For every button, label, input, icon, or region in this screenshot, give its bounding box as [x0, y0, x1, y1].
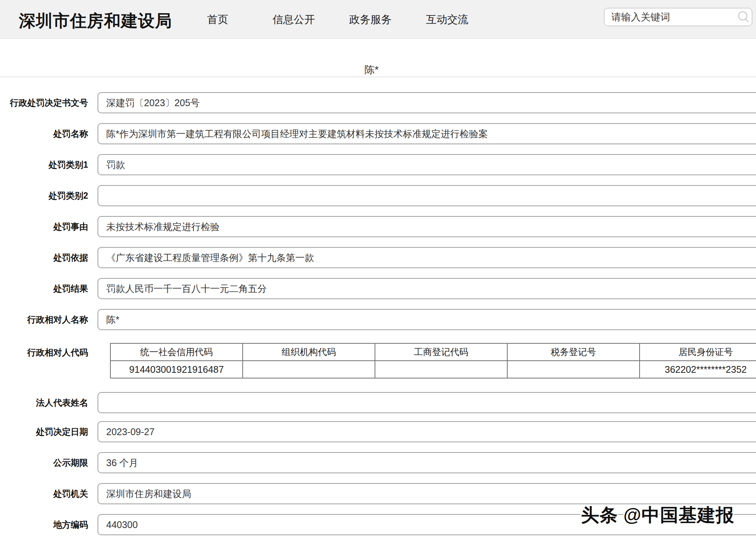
form-row-penalty-authority: 处罚机关 深圳市住房和建设局 [0, 483, 756, 504]
watermark-text: 头条 @中国基建报 [581, 505, 734, 525]
field-input-publicity-period[interactable]: 36 个月 [98, 452, 756, 473]
code-table-header-unified-social-credit-code: 统一社会信用代码 [110, 343, 243, 361]
field-input-penalty-name[interactable]: 陈*作为深圳市第一建筑工程有限公司项目经理对主要建筑材料未按技术标准规定进行检验… [98, 123, 756, 144]
main-nav: 首页 信息公开 政务服务 互动交流 [207, 0, 468, 39]
field-label-counterpart-code: 行政相对人代码 [0, 343, 88, 362]
code-table-value-tax-registration-number [507, 361, 640, 378]
nav-item-home[interactable]: 首页 [207, 12, 228, 27]
site-header: 深圳市住房和建设局 首页 信息公开 政务服务 互动交流 [0, 0, 756, 39]
field-input-penalty-authority[interactable]: 深圳市住房和建设局 [98, 483, 756, 504]
form-row-penalty-name: 处罚名称 陈*作为深圳市第一建筑工程有限公司项目经理对主要建筑材料未按技术标准规… [0, 123, 756, 144]
watermark: 头条 @中国基建报 [581, 503, 734, 527]
page-title: 陈* [0, 63, 743, 77]
search-input[interactable] [604, 11, 735, 23]
form-row-penalty-category-2: 处罚类别2 [0, 185, 756, 206]
code-table-value-row: 914403001921916487 362202********2352 [110, 361, 756, 378]
field-label-penalty-category-2: 处罚类别2 [0, 185, 88, 206]
form-row-penalty-category-1: 处罚类别1 罚款 [0, 154, 756, 175]
code-table-header-tax-registration-number: 税务登记号 [507, 343, 640, 361]
nav-item-interaction[interactable]: 互动交流 [426, 12, 468, 27]
field-label-penalty-decision-date: 处罚决定日期 [0, 421, 88, 442]
field-label-local-code: 地方编码 [0, 514, 88, 535]
form-row-legal-representative-name: 法人代表姓名 [0, 392, 756, 413]
field-label-publicity-period: 公示期限 [0, 452, 88, 473]
nav-item-info-disclosure[interactable]: 信息公开 [273, 12, 315, 27]
search-box [604, 8, 752, 26]
field-input-counterpart-name[interactable]: 陈* [98, 309, 756, 330]
form-row-penalty-decision-date: 处罚决定日期 2023-09-27 [0, 421, 756, 442]
field-input-penalty-decision-date[interactable]: 2023-09-27 [98, 421, 756, 442]
field-input-penalty-result[interactable]: 罚款人民币一千一百八十一元二角五分 [98, 278, 756, 299]
form-row-penalty-result: 处罚结果 罚款人民币一千一百八十一元二角五分 [0, 278, 756, 299]
form-row-counterpart-code: 行政相对人代码 统一社会信用代码 组织机构代码 工商登记代码 税务登记号 居民身… [0, 343, 756, 381]
code-table-value-organization-code [243, 361, 375, 378]
field-input-penalty-category-2[interactable] [98, 185, 756, 206]
field-label-counterpart-name: 行政相对人名称 [0, 309, 88, 330]
code-table-value-business-registration-code [375, 361, 507, 378]
code-table-value-resident-id-number: 362202********2352 [640, 361, 756, 378]
field-label-penalty-authority: 处罚机关 [0, 483, 88, 504]
field-label-legal-representative-name: 法人代表姓名 [0, 392, 88, 413]
field-input-penalty-reason[interactable]: 未按技术标准规定进行检验 [98, 216, 756, 237]
penalty-form: 行政处罚决定书文号 深建罚〔2023〕205号 处罚名称 陈*作为深圳市第一建筑… [0, 77, 756, 535]
form-row-penalty-reason: 处罚事由 未按技术标准规定进行检验 [0, 216, 756, 237]
nav-item-gov-services[interactable]: 政务服务 [349, 12, 392, 27]
field-input-penalty-category-1[interactable]: 罚款 [98, 154, 756, 175]
form-row-penalty-basis: 处罚依据 《广东省建设工程质量管理条例》第十九条第一款 [0, 247, 756, 268]
field-input-legal-representative-name[interactable] [98, 392, 756, 413]
code-table-header-organization-code: 组织机构代码 [243, 343, 375, 361]
field-label-penalty-result: 处罚结果 [0, 278, 88, 299]
field-label-penalty-category-1: 处罚类别1 [0, 154, 88, 175]
form-row-publicity-period: 公示期限 36 个月 [0, 452, 756, 473]
code-table-header-row: 统一社会信用代码 组织机构代码 工商登记代码 税务登记号 居民身份证号 [110, 343, 756, 361]
field-label-penalty-basis: 处罚依据 [0, 247, 88, 268]
field-input-penalty-basis[interactable]: 《广东省建设工程质量管理条例》第十九条第一款 [98, 247, 756, 268]
field-label-penalty-name: 处罚名称 [0, 123, 88, 144]
form-row-counterpart-name: 行政相对人名称 陈* [0, 309, 756, 330]
field-label-penalty-reason: 处罚事由 [0, 216, 88, 237]
title-bar: 陈* [0, 39, 756, 77]
field-input-penalty-decision-doc-number[interactable]: 深建罚〔2023〕205号 [98, 92, 756, 113]
code-table-header-business-registration-code: 工商登记代码 [375, 343, 507, 361]
search-icon[interactable] [735, 9, 752, 25]
form-row-penalty-decision-doc-number: 行政处罚决定书文号 深建罚〔2023〕205号 [0, 92, 756, 113]
code-table-value-unified-social-credit-code: 914403001921916487 [110, 361, 243, 378]
code-table-header-resident-id-number: 居民身份证号 [640, 343, 756, 361]
field-label-penalty-decision-doc-number: 行政处罚决定书文号 [0, 92, 88, 113]
page: 深圳市住房和建设局 首页 信息公开 政务服务 互动交流 陈* 行政处罚决定书文号… [0, 0, 756, 539]
site-logo[interactable]: 深圳市住房和建设局 [19, 10, 172, 32]
counterpart-code-table: 统一社会信用代码 组织机构代码 工商登记代码 税务登记号 居民身份证号 9144… [110, 343, 756, 378]
